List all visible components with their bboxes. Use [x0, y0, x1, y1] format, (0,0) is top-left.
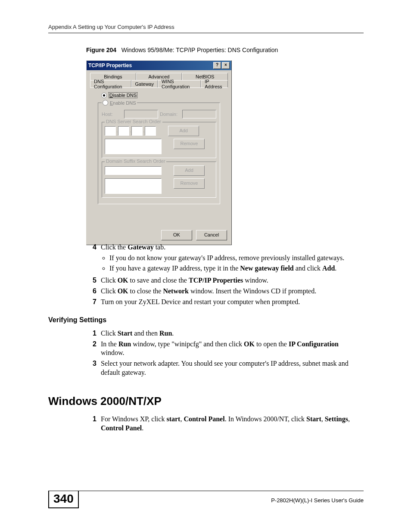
suffix-input[interactable]: [105, 166, 162, 175]
page-footer: 340 P-2802H(W)(L)-I Series User's Guide: [48, 491, 364, 508]
vstep-3: 3 Select your network adapter. You shoul…: [86, 359, 364, 377]
close-button[interactable]: ×: [222, 62, 230, 69]
host-input[interactable]: [124, 110, 158, 118]
radio-dot-icon: [101, 93, 107, 98]
ip-input[interactable]: . . .: [105, 126, 156, 136]
titlebar: TCP/IP Properties ? ×: [87, 61, 231, 70]
step-number: 2: [86, 340, 101, 358]
group-label: DNS Server Search Order: [105, 119, 162, 124]
dns-list[interactable]: [105, 139, 162, 154]
page-header: Appendix A Setting up Your Computer's IP…: [48, 24, 364, 33]
tab-wins[interactable]: WINS Configuration: [158, 80, 201, 87]
tab-panel: Disable DNS Enable DNS Host: Domain: DNS: [90, 87, 228, 227]
text: Click the: [101, 243, 128, 251]
bullet: If you have a gateway IP address, type i…: [109, 264, 344, 273]
step-number: 1: [86, 329, 101, 338]
domain-input[interactable]: [182, 110, 216, 118]
figure-title: Windows 95/98/Me: TCP/IP Properties: DNS…: [121, 47, 278, 53]
tab-gateway[interactable]: Gateway: [131, 80, 158, 87]
step-number: 4: [86, 243, 101, 274]
step-number: 5: [86, 276, 101, 285]
step-5: 5 Click OK to save and close the TCP/IP …: [86, 276, 364, 285]
bullet: If you do not know your gateway's IP add…: [109, 254, 344, 263]
body-content: 4 Click the Gateway tab. If you do not k…: [86, 241, 364, 434]
domain-label: Domain:: [160, 112, 181, 117]
enable-dns-group: Enable DNS Host: Domain: DNS Server Sear…: [98, 100, 220, 204]
radio-label: Enable DNS: [110, 100, 136, 106]
tab-dns-config[interactable]: DNS Configuration: [90, 80, 131, 87]
radio-enable-dns[interactable]: Enable DNS: [103, 100, 136, 106]
radio-dot-icon: [103, 100, 108, 106]
vstep-2: 2 In the Run window, type "winipcfg" and…: [86, 340, 364, 358]
host-label: Host:: [102, 112, 122, 117]
tab-ipaddress[interactable]: IP Address: [201, 80, 228, 87]
dialog-title: TCP/IP Properties: [88, 62, 132, 68]
help-button[interactable]: ?: [213, 62, 221, 69]
add-button[interactable]: Add: [174, 165, 205, 176]
remove-button[interactable]: Remove: [174, 139, 205, 149]
group-label: Domain Suffix Search Order: [105, 159, 166, 164]
step-7: 7 Turn on your ZyXEL Device and restart …: [86, 298, 364, 307]
add-button[interactable]: Add: [168, 126, 199, 136]
step-number: 1: [86, 415, 101, 433]
radio-disable-dns[interactable]: Disable DNS: [101, 92, 222, 98]
doc-name: P-2802H(W)(L)-I Series User's Guide: [271, 494, 364, 504]
step-number: 6: [86, 287, 101, 296]
tcpip-dialog: TCP/IP Properties ? × Bindings Advanced …: [86, 60, 232, 245]
verifying-heading: Verifying Settings: [48, 316, 364, 324]
page-number: 340: [48, 491, 79, 508]
suffix-list[interactable]: [105, 178, 162, 194]
step-6: 6 Click OK to close the Network window. …: [86, 287, 364, 296]
wstep-1: 1 For Windows XP, click start, Control P…: [86, 415, 364, 433]
step-number: 3: [86, 359, 101, 377]
windows-heading: Windows 2000/NT/XP: [48, 395, 364, 408]
suffix-order-group: Domain Suffix Search Order Add Remove: [102, 162, 216, 198]
dns-order-group: DNS Server Search Order . . . Add Remove: [102, 122, 216, 158]
figure-caption: Figure 204 Windows 95/98/Me: TCP/IP Prop…: [86, 47, 278, 53]
tab-area: Bindings Advanced NetBIOS DNS Configurat…: [87, 70, 231, 227]
vstep-1: 1 Click Start and then Run.: [86, 329, 364, 338]
figure-label: Figure 204: [86, 47, 116, 53]
text: tab.: [154, 243, 166, 251]
cancel-button[interactable]: Cancel: [196, 230, 227, 240]
ok-button[interactable]: OK: [161, 230, 192, 240]
radio-label: Disable DNS: [109, 92, 137, 98]
remove-button[interactable]: Remove: [174, 178, 205, 189]
step-4: 4 Click the Gateway tab. If you do not k…: [86, 243, 364, 274]
step-number: 7: [86, 298, 101, 307]
text: Gateway: [128, 243, 153, 251]
